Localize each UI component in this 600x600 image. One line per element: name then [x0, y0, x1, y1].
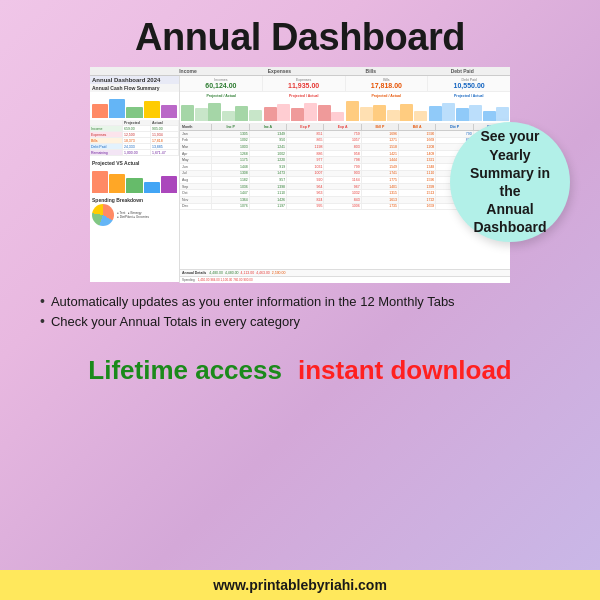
left-panel: Annual Dashboard 2024 Annual Cash Flow S… — [90, 76, 180, 283]
cashflow-title: Annual Dashboard 2024 — [90, 76, 179, 84]
bills-bars: Projected / Actual — [346, 94, 427, 121]
big-expenses: Expenses 11,935.00 — [263, 76, 346, 91]
grid-header: Month Inc P Inc A Exp P Exp A Bill P Bil… — [180, 124, 510, 131]
callout-line3: Annual — [486, 201, 533, 217]
spending-summary-row: Spending 1,450.00 984.00 1,100.00 760.00… — [180, 276, 510, 283]
cashflow-subtitle: Annual Cash Flow Summary — [90, 84, 179, 92]
cashflow-table: Projected Actual Income 659.00 905.00 Ex… — [90, 120, 179, 156]
bullet-text-1: Automatically updates as you enter infor… — [51, 294, 455, 309]
bullet-text-2: Check your Annual Totals in every catego… — [51, 314, 300, 329]
big-numbers-row: Incomes 60,124.00 Expenses 11,935.00 Bil… — [180, 76, 510, 92]
footer-bar: www.printablebyriahi.com — [0, 570, 600, 600]
projected-chart — [92, 168, 177, 193]
callout-line4: Dashboard — [473, 219, 546, 235]
callout-text: See your Yearly Summary in the Annual Da… — [462, 127, 558, 236]
table-row: Feb 1092 950 865 1057 1271 1669 883 823 — [180, 138, 510, 145]
table-row: Jan 1305 1349 851 759 1696 1590 790 776 — [180, 131, 510, 138]
mini-bar-chart — [90, 92, 179, 120]
spreadsheet-preview: Income Expenses Bills Debt Paid Annual D… — [90, 67, 510, 282]
debt-header: Debt Paid — [417, 68, 508, 74]
cta-row: Lifetime access instant download — [88, 349, 511, 392]
bar-charts-row: Projected / Actual — [180, 92, 510, 124]
annual-values: 4,480.00 4,480.00 4,113.00 4,463.00 2,59… — [209, 271, 508, 275]
projected-vs-actual: Projected VS Actual — [90, 158, 179, 195]
page-title: Annual Dashboard — [135, 16, 465, 59]
section-headers: Income Expenses Bills Debt Paid — [90, 67, 510, 76]
page-container: Annual Dashboard Income Expenses Bills D… — [0, 0, 600, 600]
bullet-item-2: • Check your Annual Totals in every cate… — [40, 314, 560, 329]
big-income: Incomes 60,124.00 — [180, 76, 263, 91]
bullet-dot-2: • — [40, 314, 45, 329]
spending-values: 1,450.00 984.00 1,100.00 760.00 900.00 — [198, 278, 508, 282]
debt-bars: Projected / Actual — [429, 94, 510, 121]
website-url: www.printablebyriahi.com — [213, 577, 387, 593]
remaining-row: Remaining 1,000.00 1,671.47 — [90, 150, 179, 156]
bullet-dot-1: • — [40, 294, 45, 309]
big-bills: Bills 17,818.00 — [346, 76, 429, 91]
callout-line1: See your Yearly — [480, 128, 539, 162]
income-header: Income — [142, 68, 233, 74]
bills-header: Bills — [325, 68, 416, 74]
left-spacer — [92, 68, 142, 74]
income-bars: Projected / Actual — [181, 94, 262, 121]
bullet-points: • Automatically updates as you enter inf… — [20, 286, 580, 343]
cta-lifetime: Lifetime access — [88, 355, 282, 386]
projected-title: Projected VS Actual — [92, 160, 177, 166]
spending-title: Spending Breakdown — [92, 197, 177, 203]
spending-pie — [92, 204, 114, 226]
callout-bubble: See your Yearly Summary in the Annual Da… — [450, 122, 570, 242]
annual-details-row: Annual Details 4,480.00 4,480.00 4,113.0… — [180, 269, 510, 276]
callout-line2: Summary in the — [470, 165, 550, 199]
bullet-item-1: • Automatically updates as you enter inf… — [40, 294, 560, 309]
spreadsheet-body: Annual Dashboard 2024 Annual Cash Flow S… — [90, 76, 510, 283]
expense-bars: Projected / Actual — [264, 94, 345, 121]
spending-legend: ● Tent ● Benergy ● DietPilant ● Grocerie… — [117, 211, 149, 219]
spending-breakdown: Spending Breakdown ● Tent ● Benergy ● Di… — [90, 195, 179, 228]
expenses-header: Expenses — [234, 68, 325, 74]
dashboard-wrapper: Income Expenses Bills Debt Paid Annual D… — [20, 67, 580, 282]
spending-chart-row: ● Tent ● Benergy ● DietPilant ● Grocerie… — [92, 204, 177, 226]
big-debt: Debt Paid 10,550.00 — [428, 76, 510, 91]
cta-download: instant download — [298, 355, 512, 386]
